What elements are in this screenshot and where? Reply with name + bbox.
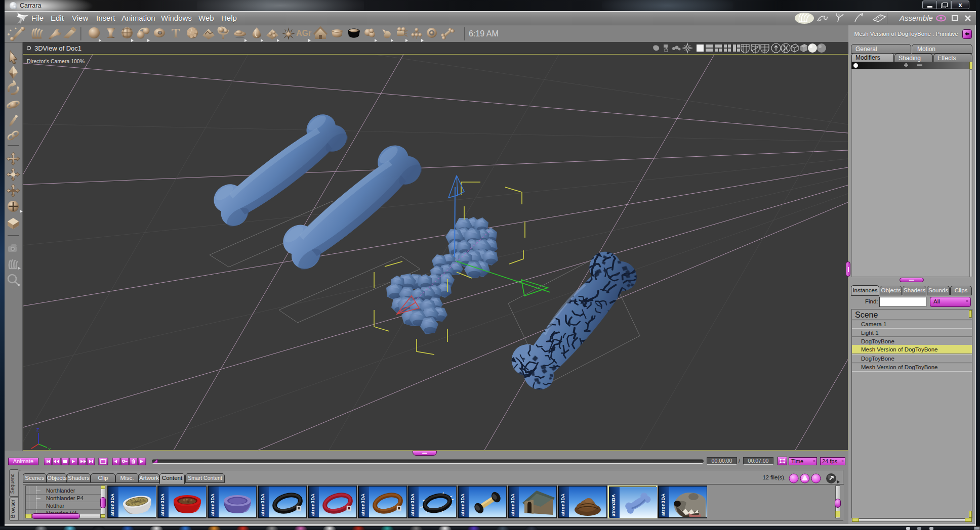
- svg-text:Z: Z: [36, 427, 39, 432]
- svg-text:Director's Camera 100%: Director's Camera 100%: [27, 58, 85, 64]
- svg-text:AGr: AGr: [296, 29, 311, 37]
- svg-text:Assemble: Assemble: [899, 14, 933, 22]
- svg-text:Y: Y: [48, 447, 51, 450]
- svg-text:3DView of Doc1: 3DView of Doc1: [34, 45, 81, 52]
- svg-text:T: T: [172, 26, 180, 40]
- svg-text:6:19 AM: 6:19 AM: [469, 29, 499, 38]
- svg-text:x: x: [28, 450, 30, 450]
